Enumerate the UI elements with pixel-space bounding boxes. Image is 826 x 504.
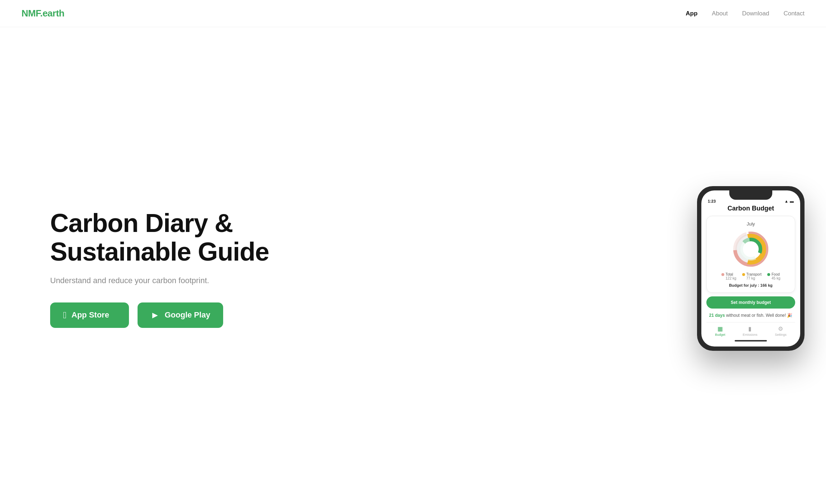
budget-line: Budget for july : 166 kg bbox=[712, 283, 789, 287]
donut-chart bbox=[731, 229, 770, 269]
legend-transport: Transport 77 kg bbox=[742, 272, 762, 280]
achievement-rest: without meat or fish. Well done! 🎉 bbox=[725, 313, 793, 318]
logo[interactable]: NMF.earth bbox=[21, 8, 64, 19]
nav-item-contact[interactable]: Contact bbox=[783, 10, 805, 17]
achievement-days: 21 days bbox=[709, 313, 725, 318]
status-time: 1:23 bbox=[708, 199, 716, 203]
phone-notch bbox=[729, 190, 772, 200]
hero-title: Carbon Diary & Sustainable Guide bbox=[50, 209, 294, 266]
hero-subtitle: Understand and reduce your carbon footpr… bbox=[50, 276, 294, 285]
app-content: Carbon Budget July bbox=[701, 205, 800, 346]
emissions-nav-icon: ▮ bbox=[748, 325, 751, 332]
nav-link-download[interactable]: Download bbox=[742, 10, 769, 17]
total-value: 122 kg bbox=[726, 276, 736, 280]
nav-links: App About Download Contact bbox=[686, 10, 805, 17]
logo-suffix: .earth bbox=[40, 8, 64, 19]
google-play-button[interactable]: ► Google Play bbox=[138, 302, 223, 328]
nav-link-app[interactable]: App bbox=[686, 10, 697, 17]
app-screen-title: Carbon Budget bbox=[706, 205, 795, 212]
total-dot bbox=[721, 273, 724, 276]
achievement-text: 21 days without meat or fish. Well done!… bbox=[706, 312, 795, 319]
hero-title-line1: Carbon Diary & bbox=[50, 209, 233, 237]
legend-food: Food 45 kg bbox=[767, 272, 780, 280]
bottom-nav-emissions[interactable]: ▮ Emissions bbox=[743, 325, 757, 336]
donut-chart-container bbox=[712, 229, 789, 269]
google-play-label: Google Play bbox=[165, 310, 210, 320]
home-bar-line bbox=[735, 340, 767, 341]
status-icons: ▲ ▬ bbox=[784, 199, 794, 203]
navigation: NMF.earth App About Download Contact bbox=[0, 0, 826, 27]
battery-icon: ▬ bbox=[790, 199, 794, 203]
nav-link-contact[interactable]: Contact bbox=[783, 10, 805, 17]
budget-value: 166 kg bbox=[760, 283, 773, 287]
play-icon: ► bbox=[150, 310, 160, 321]
budget-label: Budget for july : bbox=[729, 283, 759, 287]
settings-nav-icon: ⚙ bbox=[778, 325, 783, 332]
total-label: Total bbox=[726, 272, 733, 276]
emissions-nav-label: Emissions bbox=[743, 333, 757, 336]
wifi-icon: ▲ bbox=[784, 199, 788, 203]
transport-label: Transport bbox=[746, 272, 762, 276]
nav-link-about[interactable]: About bbox=[712, 10, 727, 17]
food-dot bbox=[767, 273, 770, 276]
transport-dot bbox=[742, 273, 745, 276]
app-store-button[interactable]:  App Store bbox=[50, 302, 129, 328]
legend-total: Total 122 kg bbox=[721, 272, 736, 280]
home-bar bbox=[706, 338, 795, 343]
hero-left: Carbon Diary & Sustainable Guide Underst… bbox=[50, 209, 294, 328]
set-budget-button[interactable]: Set monthly budget bbox=[706, 296, 795, 309]
nav-item-app[interactable]: App bbox=[686, 10, 697, 17]
phone-inner: 1:23 ▲ ▬ Carbon Budget July bbox=[701, 190, 800, 346]
nav-item-about[interactable]: About bbox=[712, 10, 727, 17]
phone-mockup: 1:23 ▲ ▬ Carbon Budget July bbox=[697, 186, 805, 351]
cta-buttons:  App Store ► Google Play bbox=[50, 302, 294, 328]
hero-section: Carbon Diary & Sustainable Guide Underst… bbox=[0, 27, 826, 503]
app-bottom-nav: ▦ Budget ▮ Emissions ⚙ Settings bbox=[706, 322, 795, 338]
card-month: July bbox=[712, 221, 789, 227]
carbon-budget-card: July bbox=[706, 216, 795, 293]
budget-nav-label: Budget bbox=[715, 333, 725, 336]
apple-icon:  bbox=[63, 310, 67, 321]
hero-right: 1:23 ▲ ▬ Carbon Budget July bbox=[676, 186, 805, 351]
hero-title-line2: Sustainable Guide bbox=[50, 237, 269, 266]
budget-nav-icon: ▦ bbox=[717, 325, 723, 332]
bottom-nav-settings[interactable]: ⚙ Settings bbox=[775, 325, 787, 336]
nav-item-download[interactable]: Download bbox=[742, 10, 769, 17]
bottom-nav-budget[interactable]: ▦ Budget bbox=[715, 325, 725, 336]
food-value: 45 kg bbox=[772, 276, 780, 280]
transport-value: 77 kg bbox=[746, 276, 755, 280]
phone-outer: 1:23 ▲ ▬ Carbon Budget July bbox=[697, 186, 805, 351]
food-label: Food bbox=[772, 272, 780, 276]
settings-nav-label: Settings bbox=[775, 333, 787, 336]
logo-prefix: NMF bbox=[21, 8, 40, 19]
chart-legend: Total 122 kg Transport 77 kg bbox=[712, 272, 789, 280]
app-store-label: App Store bbox=[72, 310, 109, 320]
